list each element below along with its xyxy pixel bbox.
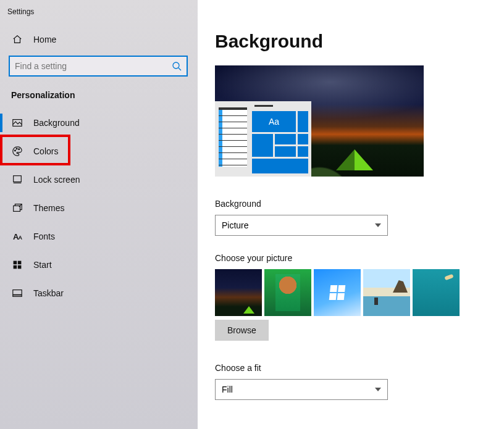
lock-screen-icon [11, 173, 23, 186]
svg-point-0 [173, 62, 179, 69]
sidebar-item-label: Background [33, 118, 80, 128]
svg-point-2 [15, 150, 16, 151]
sidebar-item-lock-screen[interactable]: Lock screen [0, 165, 198, 194]
picture-thumb-2[interactable] [264, 269, 311, 316]
app-title: Settings [0, 6, 198, 27]
picture-thumb-5[interactable] [413, 269, 460, 316]
svg-point-3 [16, 148, 17, 149]
palette-icon [11, 145, 23, 157]
sidebar-item-taskbar[interactable]: Taskbar [0, 279, 198, 307]
svg-rect-9 [14, 265, 17, 269]
start-icon [11, 259, 23, 271]
svg-rect-8 [18, 261, 22, 265]
fit-value: Fill [222, 385, 233, 394]
preview-tiles: Aa [252, 111, 308, 170]
search-input[interactable] [15, 61, 172, 71]
choose-picture-label: Choose your picture [215, 253, 487, 263]
sidebar-item-label: Lock screen [33, 175, 80, 185]
background-type-select[interactable]: Picture [215, 215, 388, 236]
sidebar-item-label: Themes [33, 203, 65, 213]
search-icon [172, 61, 182, 71]
sidebar: Settings Home Personalization [0, 0, 198, 429]
chevron-down-icon [375, 388, 381, 391]
background-type-label: Background [215, 199, 487, 209]
svg-rect-5 [14, 176, 22, 182]
sidebar-item-label: Taskbar [33, 288, 64, 298]
search-wrap [0, 52, 198, 88]
taskbar-icon [11, 287, 23, 299]
preview-tile-aa: Aa [252, 111, 296, 132]
svg-rect-11 [13, 290, 22, 297]
fit-select[interactable]: Fill [215, 379, 388, 400]
section-title: Personalization [0, 88, 198, 109]
home-icon [11, 33, 23, 46]
sidebar-item-fonts[interactable]: AA Fonts [0, 222, 198, 251]
sidebar-item-colors[interactable]: Colors [0, 137, 198, 165]
svg-point-4 [19, 149, 20, 150]
choose-fit-label: Choose a fit [215, 363, 487, 373]
svg-rect-7 [14, 261, 17, 265]
search-box[interactable] [9, 56, 188, 77]
background-type-value: Picture [222, 220, 249, 230]
picture-icon [11, 117, 23, 129]
themes-icon [11, 202, 23, 214]
sidebar-item-label: Start [33, 260, 52, 270]
preview-tent [336, 149, 373, 170]
fonts-icon: AA [11, 230, 23, 243]
settings-window: Settings Home Personalization [0, 0, 504, 429]
picture-thumb-1[interactable] [215, 269, 262, 316]
sidebar-item-start[interactable]: Start [0, 251, 198, 279]
picture-thumb-3[interactable] [314, 269, 361, 316]
svg-rect-10 [18, 265, 22, 269]
preview-window-line [254, 105, 273, 107]
page-title: Background [215, 31, 487, 52]
nav-home[interactable]: Home [0, 27, 198, 52]
preview-start-overlay: Aa [215, 101, 311, 177]
preview-ruler [219, 107, 247, 167]
main-content: Background Aa [198, 0, 504, 429]
nav-home-label: Home [33, 35, 56, 44]
sidebar-item-label: Fonts [33, 231, 55, 241]
sidebar-item-background[interactable]: Background [0, 109, 198, 137]
browse-button-label: Browse [227, 325, 256, 335]
chevron-down-icon [375, 223, 381, 227]
browse-button[interactable]: Browse [215, 320, 269, 341]
sidebar-item-label: Colors [33, 146, 58, 156]
sidebar-item-themes[interactable]: Themes [0, 194, 198, 222]
picture-thumbnails [215, 269, 487, 316]
background-preview: Aa [215, 65, 424, 177]
picture-thumb-4[interactable] [363, 269, 410, 316]
